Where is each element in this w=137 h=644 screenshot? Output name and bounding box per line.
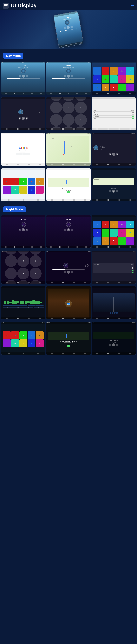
carplay-nav-buttons[interactable]: ◀ ▲ ▼ ▶: [109, 312, 118, 314]
bt-controls[interactable]: ⏮ ⏸ ⏭: [3, 117, 43, 120]
nios-camera[interactable]: 📷: [36, 331, 44, 339]
app-icon-15[interactable]: ⚡: [126, 84, 134, 91]
nav-restaurant-screen[interactable]: 18:09:33 WiFi BT Sunny Coffee Modern Res…: [46, 168, 90, 202]
nios-msg[interactable]: 💬: [20, 331, 27, 339]
n-dial-5[interactable]: 5: [17, 255, 29, 267]
nbm-play[interactable]: ⏸: [67, 270, 70, 274]
nav-btn-3[interactable]: ▼: [114, 312, 116, 314]
n-app-3[interactable]: 📻: [110, 220, 118, 228]
day-ios-screen[interactable]: 16:58 WiFi BT 📞 🎵 💬 📍 📷 🎙 📰 ⭐ 🌐 ♥: [1, 168, 46, 202]
app-icon-10[interactable]: 🌐: [126, 75, 134, 83]
ios-podcast[interactable]: 🎙: [3, 186, 11, 194]
hero-play-btn[interactable]: ⏸: [66, 26, 70, 29]
nm2-prev[interactable]: ⏮: [64, 228, 66, 231]
social-next[interactable]: ⏭: [116, 153, 118, 156]
setting-power[interactable]: Power: [94, 118, 134, 120]
social-music-screen[interactable]: 17:46 SocialMusic 🎵 华东_音乐.mp4 none 华东_音乐…: [92, 132, 136, 166]
ios-app1[interactable]: ⭐: [20, 186, 27, 194]
n-app-7[interactable]: 🚗: [102, 229, 110, 237]
app-icon-7[interactable]: 🚗: [102, 75, 110, 83]
ios-app2[interactable]: 🌐: [28, 186, 36, 194]
n-app-9[interactable]: 📱: [118, 229, 126, 237]
nnp-next[interactable]: ⏭: [116, 344, 118, 346]
dial-8[interactable]: 8: [62, 114, 74, 126]
night-music-screen-2[interactable]: BT 20:08 WiFi 20:08 A wishing place of m…: [46, 215, 90, 248]
nm2-next[interactable]: ⏭: [71, 228, 73, 231]
eq-band-2[interactable]: [11, 305, 19, 306]
night-dialpad[interactable]: 1 2 3 4 5 6 7 8 9 * 0 #: [4, 251, 42, 284]
nios-app2[interactable]: 🌐: [28, 340, 36, 347]
google-search-bar[interactable]: [19, 150, 26, 152]
np-next[interactable]: ⏭: [116, 190, 118, 192]
night-nav-screen[interactable]: 18:09:33 WiFi BT Sunny Coffee Modern Res…: [46, 322, 90, 355]
night-road-screen[interactable]: 18:03 WiFi BT ↑ ↑ ↑ ◀ ▲ ▼ ▶: [92, 286, 136, 320]
n-auto-connect[interactable]: Auto connect: [94, 269, 134, 271]
hero-next-btn[interactable]: ⏭: [70, 26, 73, 28]
n-app-2[interactable]: ♪: [102, 220, 110, 228]
hamburger-icon[interactable]: [3, 2, 9, 9]
nios-music[interactable]: 🎵: [11, 331, 19, 339]
d1-controls[interactable]: ⏮ ⏸ ⏭: [19, 74, 28, 78]
setting-auto-connect[interactable]: Auto connect: [94, 116, 134, 118]
n-app-8[interactable]: BT: [110, 229, 118, 237]
nios-podcast[interactable]: 🎙: [3, 340, 11, 347]
nm1-next[interactable]: ⏭: [26, 228, 28, 231]
night-not-playing-screen[interactable]: 18:03 WiFi BT 18/19 ETA 9.0 km Start on …: [92, 322, 136, 355]
day-music-screen-1[interactable]: BT 20:08 WiFi 20:08 A wishing place of m…: [1, 62, 46, 95]
eq-band-5[interactable]: [36, 305, 44, 306]
dial-5[interactable]: 5: [62, 102, 74, 114]
nav-btn-2[interactable]: ▲: [112, 312, 113, 314]
map-screen[interactable]: 1:39:03 WiFi BT Street Ave Road: [46, 132, 90, 166]
auto-answer-toggle[interactable]: [132, 114, 134, 115]
d1-prev[interactable]: ⏮: [19, 75, 21, 77]
eq-band-3[interactable]: [19, 305, 27, 306]
n-app-11[interactable]: 📺: [94, 237, 101, 245]
n-app-13[interactable]: 💬: [110, 237, 118, 245]
night-bt-settings-screen[interactable]: Bluetooth_Settings 17:11 Device name Car…: [92, 251, 136, 284]
preset-2[interactable]: Rock: [13, 307, 23, 308]
power-toggle[interactable]: [132, 118, 134, 119]
n-auto-connect-toggle[interactable]: [132, 270, 134, 271]
setting-auto-answer[interactable]: Auto answer: [94, 114, 134, 116]
bt-play[interactable]: ⏸: [22, 117, 25, 120]
app-icon-14[interactable]: 📍: [118, 84, 126, 91]
nav-go-button[interactable]: GO: [67, 192, 70, 193]
app-icon-12[interactable]: 📂: [102, 84, 110, 91]
ios-music[interactable]: 🎵: [11, 178, 19, 186]
not-playing-controls[interactable]: ⏮ ▶ ⏭: [109, 190, 118, 193]
hero-prev-btn[interactable]: ⏮: [64, 27, 66, 30]
day-music-screen-2[interactable]: BT 20:08 WiFi 20:08 A wishing place of m…: [46, 62, 90, 95]
nav-btn-1[interactable]: ◀: [110, 312, 111, 314]
n-dial-6[interactable]: 6: [30, 255, 42, 267]
n-app-6[interactable]: 📡: [94, 229, 101, 237]
d1-play[interactable]: ⏸: [22, 74, 25, 78]
nm1-prev[interactable]: ⏮: [19, 228, 21, 231]
nnp-controls[interactable]: ⏮ ▶ ⏭: [109, 343, 118, 346]
nnp-play[interactable]: ▶: [112, 343, 115, 346]
night-music-screen-1[interactable]: BT 20:08 WiFi 20:08 A wishing place of m…: [1, 215, 46, 248]
nm1-play[interactable]: ⏸: [22, 228, 25, 231]
day-bt-music-screen[interactable]: Bluetooth_Music 17:46 🎵 Music Title Musi…: [1, 97, 46, 130]
n-app-5[interactable]: ⚙: [126, 220, 134, 228]
nm1-controls[interactable]: ⏮ ⏸ ⏭: [19, 228, 28, 231]
app-icon-11[interactable]: 📺: [94, 84, 101, 91]
n-auto-answer-toggle[interactable]: [132, 268, 134, 268]
nios-app1[interactable]: ⭐: [20, 340, 27, 347]
preset-3[interactable]: Jazz: [24, 307, 34, 308]
night-waveform-screen[interactable]: 1:54 WiFi: [1, 286, 46, 320]
ios-camera[interactable]: 📷: [36, 178, 44, 186]
bt-next[interactable]: ⏭: [26, 117, 28, 120]
dial-7[interactable]: 7: [50, 114, 62, 126]
d2-play[interactable]: ⏸: [67, 74, 70, 78]
n-app-1[interactable]: ✈: [94, 220, 101, 228]
eq-band-1[interactable]: [3, 305, 11, 306]
not-playing-screen[interactable]: 18:03 WiFi BT 18/19 ETA 9.0 km Start on …: [92, 168, 136, 202]
day-bt-settings-screen[interactable]: Bluetooth_Settings 17:46 CarBT CarBT 000…: [92, 97, 136, 130]
auto-connect-toggle[interactable]: [132, 116, 134, 117]
app-icon-2[interactable]: ♪: [102, 67, 110, 75]
n-auto-answer[interactable]: Auto answer: [94, 267, 134, 269]
google-screen[interactable]: 1:54 WiFi Google Google Search I'm Feeli…: [1, 132, 46, 166]
n-app-10[interactable]: 🌐: [126, 229, 134, 237]
d2-controls[interactable]: ⏮ ⏸ ⏭: [64, 74, 73, 78]
ios-maps[interactable]: 📍: [28, 178, 36, 186]
